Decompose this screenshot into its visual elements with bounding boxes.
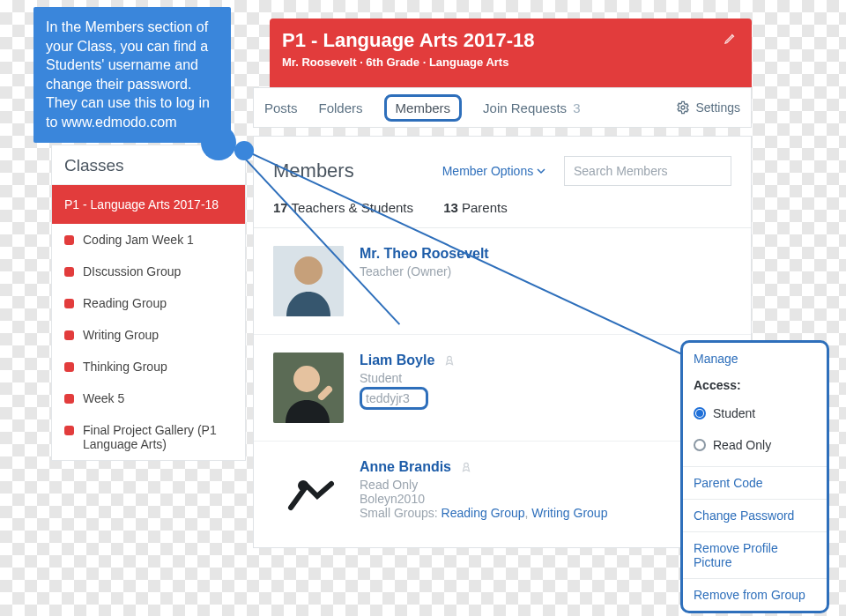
member-username: teddyjr3: [360, 387, 428, 410]
access-readonly-option[interactable]: Read Only: [683, 433, 827, 466]
manage-title[interactable]: Manage: [683, 343, 827, 373]
sidebar-item-label: P1 - Language Arts 2017-18: [64, 197, 219, 212]
member-role: Read Only: [360, 478, 418, 492]
sidebar-item[interactable]: Week 5: [52, 382, 245, 414]
member-role: Teacher (Owner): [360, 264, 451, 278]
svg-point-2: [294, 256, 323, 285]
badge-icon: [443, 354, 456, 369]
sidebar-item-label: Thinking Group: [83, 360, 167, 374]
tab-folders[interactable]: Folders: [319, 100, 363, 115]
sidebar-item-label: Week 5: [83, 391, 124, 405]
radio-label: Read Only: [713, 438, 771, 452]
badge-icon: [460, 461, 472, 476]
chevron-down-icon: [537, 167, 545, 175]
classes-sidebar: Classes P1 - Language Arts 2017-18 Codin…: [51, 145, 246, 461]
parent-code-link[interactable]: Parent Code: [683, 466, 827, 499]
small-groups-label: Small Groups:: [360, 506, 442, 520]
panel-title: Members: [273, 160, 354, 182]
parents-label: Parents: [458, 200, 508, 215]
svg-point-6: [298, 480, 308, 491]
small-groups: Small Groups: Reading Group, Writing Gro…: [360, 506, 607, 520]
radio-selected-icon: [694, 407, 706, 419]
svg-point-0: [681, 106, 685, 109]
radio-label: Student: [713, 406, 755, 420]
class-tabs: Posts Folders Members Join Requests 3 Se…: [253, 87, 752, 128]
svg-point-5: [448, 356, 452, 360]
member-row: Mr. Theo Roosevelt Teacher (Owner): [254, 228, 751, 335]
sidebar-item[interactable]: Writing Group: [52, 319, 245, 351]
access-label: Access:: [683, 373, 827, 401]
search-members-input[interactable]: [564, 156, 731, 186]
member-row: Anne Brandis Read Only Boleyn2010 Small …: [254, 442, 751, 547]
class-color-icon: [64, 394, 74, 404]
instruction-callout: In the Members section of your Class, yo…: [33, 7, 231, 143]
sidebar-item-active[interactable]: P1 - Language Arts 2017-18: [52, 185, 245, 224]
sidebar-item-label: Coding Jam Week 1: [83, 233, 194, 247]
sidebar-item-label: Reading Group: [83, 296, 167, 310]
avatar: [273, 353, 344, 423]
member-options-label: Member Options: [442, 164, 533, 178]
class-header: P1 - Language Arts 2017-18 Mr. Roosevelt…: [270, 19, 752, 87]
members-panel: Members Member Options 17 Teachers & Stu…: [253, 136, 752, 548]
edit-icon[interactable]: [724, 31, 738, 48]
remove-from-group-link[interactable]: Remove from Group: [683, 578, 827, 611]
sidebar-item-label: Final Project Gallery (P1 Language Arts): [83, 423, 233, 451]
remove-picture-link[interactable]: Remove Profile Picture: [683, 531, 827, 578]
teachers-students-label: Teachers & Students: [288, 200, 413, 215]
avatar: [273, 246, 344, 316]
tab-join-requests-label: Join Requests: [483, 100, 567, 115]
class-color-icon: [64, 267, 74, 277]
sidebar-item-label: DIscussion Group: [83, 264, 181, 278]
sidebar-item[interactable]: Coding Jam Week 1: [52, 224, 245, 256]
small-group-link[interactable]: Writing Group: [531, 506, 607, 520]
member-username: Boleyn2010: [360, 492, 425, 506]
class-color-icon: [64, 330, 74, 340]
member-name[interactable]: Anne Brandis: [360, 459, 451, 475]
parents-count: 13: [443, 200, 458, 215]
sidebar-item[interactable]: Final Project Gallery (P1 Language Arts): [52, 414, 245, 460]
class-subtitle: Mr. Roosevelt · 6th Grade · Language Art…: [282, 56, 739, 69]
member-role: Student: [360, 371, 402, 385]
manage-popover: Manage Access: Student Read Only Parent …: [680, 340, 829, 613]
class-color-icon: [64, 235, 74, 245]
sidebar-item-label: Writing Group: [83, 328, 159, 342]
gear-icon: [676, 100, 690, 115]
access-student-option[interactable]: Student: [683, 401, 827, 433]
sidebar-item[interactable]: DIscussion Group: [52, 256, 245, 287]
sidebar-item[interactable]: Thinking Group: [52, 351, 245, 382]
svg-point-4: [293, 366, 320, 392]
member-name[interactable]: Liam Boyle: [360, 353, 434, 368]
member-counts: 17 Teachers & Students 13 Parents: [254, 191, 751, 228]
settings-label: Settings: [695, 100, 740, 115]
radio-unselected-icon: [694, 439, 706, 451]
change-password-link[interactable]: Change Password: [683, 499, 827, 531]
class-color-icon: [64, 362, 74, 372]
small-group-link[interactable]: Reading Group: [442, 506, 525, 520]
join-requests-count: 3: [573, 100, 580, 115]
class-title: P1 - Language Arts 2017-18: [282, 29, 739, 52]
sidebar-item[interactable]: Reading Group: [52, 287, 245, 319]
tab-posts[interactable]: Posts: [264, 100, 298, 115]
class-color-icon: [64, 426, 74, 435]
avatar: [273, 459, 344, 530]
tab-members[interactable]: Members: [384, 94, 463, 122]
tab-settings[interactable]: Settings: [676, 100, 740, 115]
svg-point-7: [464, 463, 469, 467]
tab-join-requests[interactable]: Join Requests 3: [483, 100, 581, 115]
member-options-dropdown[interactable]: Member Options: [442, 164, 545, 178]
class-color-icon: [64, 299, 74, 308]
